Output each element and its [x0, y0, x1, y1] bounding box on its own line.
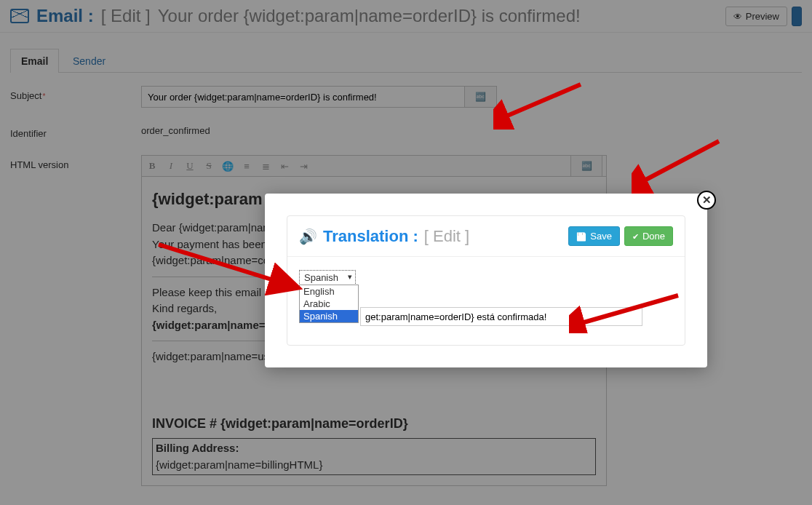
- svg-line-3: [639, 141, 719, 183]
- language-option-arabic[interactable]: Arabic: [300, 298, 358, 310]
- annotation-arrow: [153, 239, 306, 297]
- language-select-wrap: Spanish English Arabic Spanish: [299, 270, 356, 285]
- modal-subtitle: [ Edit ]: [424, 227, 469, 246]
- annotation-arrow: [493, 79, 588, 130]
- annotation-arrow: [632, 135, 726, 194]
- save-label: Save: [590, 231, 612, 242]
- modal-header: 🔊 Translation : [ Edit ] Save Done: [287, 216, 685, 257]
- svg-line-1: [501, 84, 581, 119]
- save-button[interactable]: Save: [568, 226, 620, 246]
- language-select[interactable]: Spanish: [299, 270, 356, 285]
- save-icon: [576, 231, 586, 242]
- svg-line-7: [576, 295, 678, 325]
- done-button[interactable]: Done: [624, 226, 673, 246]
- svg-line-5: [159, 244, 295, 287]
- translation-modal: ✕ 🔊 Translation : [ Edit ] Save Done: [265, 194, 707, 367]
- language-option-spanish[interactable]: Spanish: [300, 310, 358, 322]
- annotation-arrow: [569, 290, 685, 333]
- done-label: Done: [642, 231, 665, 242]
- modal-title: Translation :: [323, 227, 418, 246]
- language-dropdown: English Arabic Spanish: [299, 285, 359, 323]
- check-icon: [632, 231, 639, 242]
- language-option-english[interactable]: English: [300, 285, 358, 298]
